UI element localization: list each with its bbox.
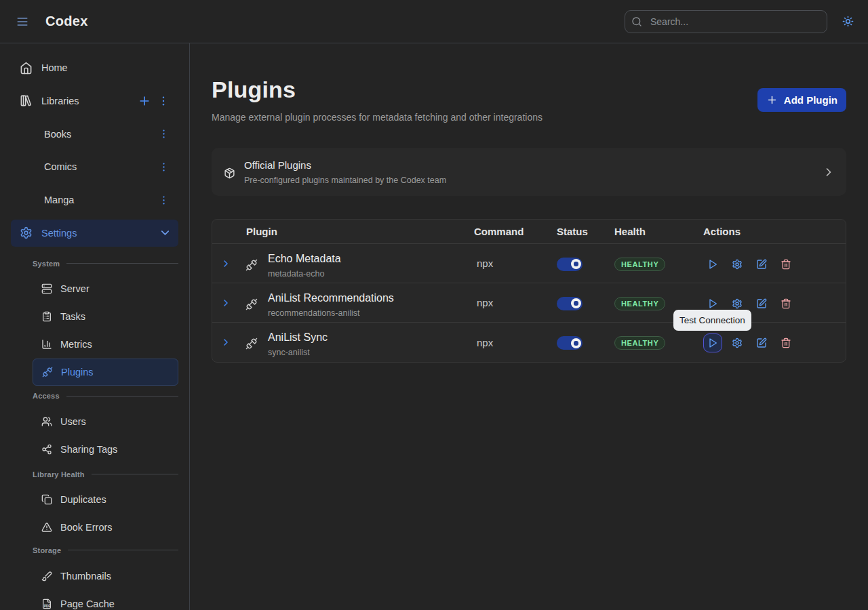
svg-text:PDF: PDF <box>44 605 50 608</box>
